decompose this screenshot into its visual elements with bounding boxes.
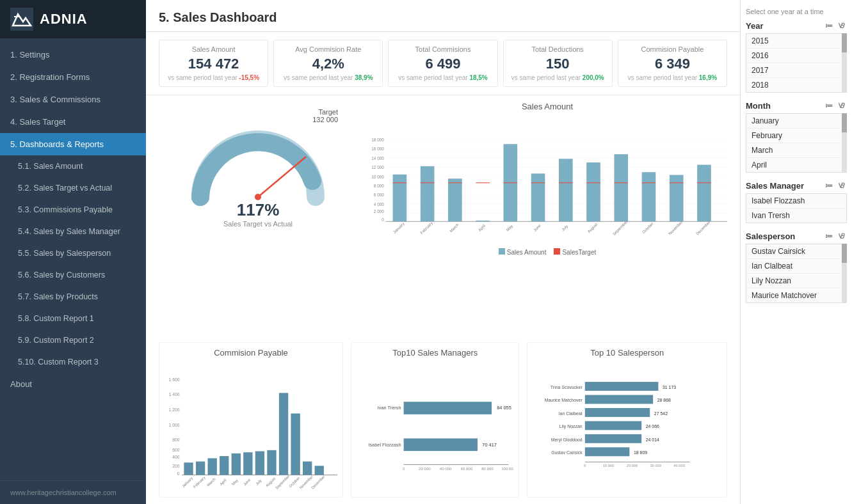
month-filter-list-wrap: JanuaryFebruaryMarchApril <box>746 113 847 173</box>
svg-text:January: January <box>392 221 406 234</box>
svg-text:December: December <box>695 220 711 236</box>
year-item-2017[interactable]: 2017 <box>746 63 840 78</box>
manager-item-Isabel-Flozzash[interactable]: Isabel Flozzash <box>746 194 846 209</box>
kpi-label-3: Total Deductions <box>508 45 608 53</box>
svg-text:10 000: 10 000 <box>603 464 615 468</box>
svg-text:200: 200 <box>172 464 180 468</box>
svg-text:August: August <box>586 222 599 234</box>
sales-amount-chart: Sales Amount 18 000 16 000 14 000 12 000… <box>367 102 727 256</box>
sidebar-item-sales-by-customers[interactable]: 5.6. Sales by Customers <box>0 264 146 286</box>
year-item-2016[interactable]: 2016 <box>746 49 840 63</box>
month-item-March[interactable]: March <box>746 143 840 158</box>
right-charts: Sales Amount 18 000 16 000 14 000 12 000… <box>367 102 727 333</box>
commission-chart: Commision Payable 1 600 1 400 1 200 1 00… <box>159 342 343 498</box>
kpi-sub-3: vs same period last year 200,0% <box>508 74 608 81</box>
salesperson-item-Lily-Nozzan[interactable]: Lily Nozzan <box>746 274 840 288</box>
sidebar-item-about[interactable]: About <box>0 373 146 395</box>
svg-rect-77 <box>267 450 276 475</box>
svg-text:Trina Scovucker: Trina Scovucker <box>551 385 583 390</box>
svg-text:July: July <box>561 223 569 232</box>
svg-text:April: April <box>478 223 486 232</box>
sidebar-item-sales-target[interactable]: 4. Sales Target <box>0 111 146 133</box>
kpi-label-2: Total Commisions <box>392 45 493 53</box>
svg-rect-70 <box>184 462 193 475</box>
svg-text:31 173: 31 173 <box>663 385 676 390</box>
sidebar-item-sales-commissions[interactable]: 3. Sales & Commissions <box>0 88 146 111</box>
year-scroll-thumb[interactable] <box>842 33 847 52</box>
month-scroll-thumb[interactable] <box>842 113 847 132</box>
sidebar-item-sales-by-manager[interactable]: 5.4. Sales by Sales Manager <box>0 221 146 242</box>
svg-text:4 000: 4 000 <box>374 202 385 207</box>
month-item-January[interactable]: January <box>746 114 840 129</box>
svg-text:60 000: 60 000 <box>460 466 472 471</box>
svg-text:Ivan Trersh: Ivan Trersh <box>378 405 401 411</box>
svg-point-3 <box>255 194 261 200</box>
svg-text:6 000: 6 000 <box>374 193 385 197</box>
svg-text:1 200: 1 200 <box>169 407 180 412</box>
manager-item-Ivan-Trersh[interactable]: Ivan Trersh <box>746 209 846 223</box>
right-panel: Select one year at a time Year ≔ 🝬 20152… <box>740 0 852 504</box>
svg-text:10 000: 10 000 <box>371 175 384 179</box>
gauge-target-label: Target 132 000 <box>165 108 351 123</box>
svg-text:August: August <box>265 476 276 487</box>
kpi-sub-0: vs same period last year -15,5% <box>163 74 264 81</box>
year-item-2018[interactable]: 2018 <box>746 78 840 92</box>
svg-rect-111 <box>585 395 653 404</box>
svg-text:20 000: 20 000 <box>419 466 431 471</box>
month-filter-icon[interactable]: 🝬 <box>837 100 847 111</box>
sidebar-item-sales-target-actual[interactable]: 5.2. Sales Target vs Actual <box>0 177 146 199</box>
left-charts: Target 132 000 117% Sales Target vs Actu… <box>159 102 357 333</box>
salesperson-item-Gustav-Cairsick[interactable]: Gustav Cairsick <box>746 244 840 259</box>
svg-text:2 000: 2 000 <box>374 209 385 214</box>
svg-text:November: November <box>668 220 684 236</box>
svg-text:24 066: 24 066 <box>646 424 659 429</box>
year-filter-icon[interactable]: 🝬 <box>837 20 847 31</box>
sidebar-item-custom-report-1[interactable]: 5.8. Custom Report 1 <box>0 308 146 329</box>
month-filter: Month ≔ 🝬 JanuaryFebruaryMarchApril <box>746 100 847 173</box>
salesperson-scroll-thumb[interactable] <box>842 244 847 263</box>
sidebar-item-registration-forms[interactable]: 2. Registration Forms <box>0 66 146 88</box>
kpi-value-2: 6 499 <box>392 56 493 72</box>
svg-text:40 000: 40 000 <box>440 466 452 471</box>
main-content: 5. Sales Dashboard Sales Amount 154 472 … <box>146 0 740 504</box>
top10-salesperson-svg: Trina Scovucker 31 173 Maurice Matchover… <box>533 361 721 489</box>
month-filter-list: JanuaryFebruaryMarchApril <box>746 113 847 173</box>
svg-text:May: May <box>231 478 239 486</box>
svg-rect-71 <box>196 462 205 475</box>
sidebar-item-sales-amount[interactable]: 5.1. Sales Amount <box>0 155 146 177</box>
sidebar-item-custom-report-2[interactable]: 5.9. Custom Report 2 <box>0 329 146 351</box>
svg-text:February: February <box>193 475 206 489</box>
svg-text:800: 800 <box>172 437 180 442</box>
svg-text:Gustav Cairsick: Gustav Cairsick <box>552 450 583 455</box>
gauge-svg <box>188 123 328 207</box>
svg-rect-108 <box>585 382 659 391</box>
year-sort-icon[interactable]: ≔ <box>824 20 834 31</box>
svg-text:0: 0 <box>382 217 384 222</box>
year-item-2015[interactable]: 2015 <box>746 34 840 49</box>
sidebar-item-custom-report-3[interactable]: 5.10. Custom Report 3 <box>0 351 146 373</box>
sidebar-item-commissions-payable[interactable]: 5.3. Commissions Payable <box>0 199 146 221</box>
sidebar-item-settings[interactable]: 1. Settings <box>0 43 146 66</box>
month-item-April[interactable]: April <box>746 158 840 172</box>
month-item-February[interactable]: February <box>746 129 840 143</box>
salesperson-filter-label: Salesperson ≔ 🝬 <box>746 231 847 241</box>
svg-rect-28 <box>448 178 462 221</box>
salesperson-sort-icon[interactable]: ≔ <box>824 231 834 241</box>
salesperson-item-Maurice-Matchover[interactable]: Maurice Matchover <box>746 288 840 303</box>
month-filter-label: Month ≔ 🝬 <box>746 100 847 111</box>
sidebar-item-sales-by-products[interactable]: 5.7. Sales by Products <box>0 286 146 308</box>
svg-text:0: 0 <box>177 471 180 476</box>
charts-area: Target 132 000 117% Sales Target vs Actu… <box>146 95 740 340</box>
sales-chart-legend: Sales Amount SalesTarget <box>367 248 727 256</box>
manager-sort-icon[interactable]: ≔ <box>824 180 834 191</box>
svg-rect-98 <box>404 438 478 451</box>
logo-text: ADNIA <box>40 11 88 28</box>
svg-text:April: April <box>219 478 227 487</box>
salesperson-filter-icon[interactable]: 🝬 <box>837 231 847 241</box>
month-sort-icon[interactable]: ≔ <box>824 100 834 111</box>
manager-filter-icon[interactable]: 🝬 <box>837 180 847 191</box>
sidebar-item-sales-by-salesperson[interactable]: 5.5. Sales by Salesperson <box>0 242 146 264</box>
kpi-sub-4: vs same period last year 16,9% <box>622 74 723 81</box>
salesperson-item-Ian-Clalbeat[interactable]: Ian Clalbeat <box>746 259 840 274</box>
sidebar-item-dashboards-reports[interactable]: 5. Dashboards & Reports <box>0 133 146 155</box>
